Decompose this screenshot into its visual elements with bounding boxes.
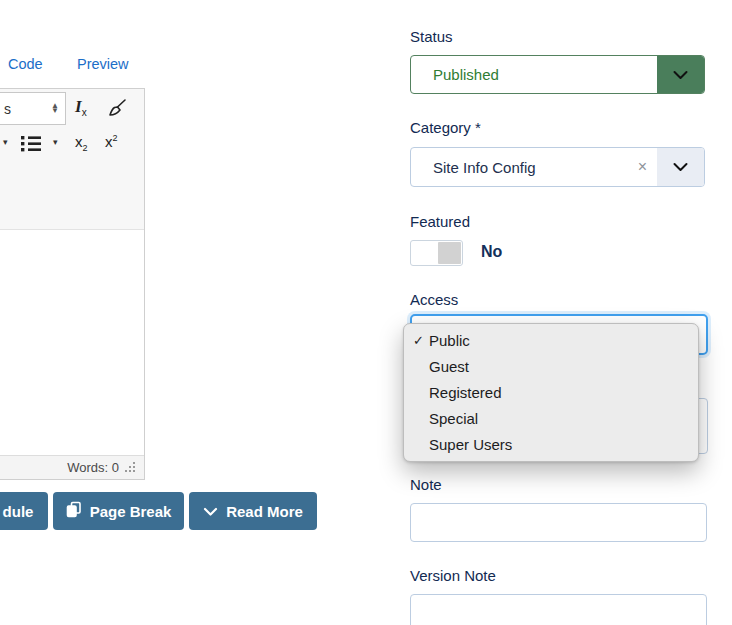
tab-code[interactable]: Code: [8, 56, 43, 72]
dropdown-caret-icon[interactable]: ▾: [3, 137, 8, 147]
dropdown-caret-icon[interactable]: ▾: [53, 137, 58, 147]
version-note-label: Version Note: [410, 567, 496, 584]
tab-preview[interactable]: Preview: [77, 56, 129, 72]
category-select-value: Site Info Config: [411, 159, 638, 176]
access-label: Access: [410, 291, 458, 308]
access-option-public[interactable]: ✓ Public: [404, 328, 698, 354]
read-more-button[interactable]: Read More: [189, 492, 317, 530]
featured-value: No: [481, 243, 502, 261]
module-button-label: dule: [3, 503, 34, 520]
chevron-down-icon[interactable]: [657, 56, 704, 93]
status-label: Status: [410, 28, 453, 45]
toggle-off-half: [438, 242, 461, 264]
access-option-special[interactable]: Special: [404, 406, 698, 432]
version-note-input[interactable]: [410, 594, 707, 625]
note-input[interactable]: [410, 503, 707, 542]
note-label: Note: [410, 476, 442, 493]
checkmark-icon: ✓: [413, 328, 429, 354]
option-label: Guest: [429, 354, 469, 380]
format-select[interactable]: s ▲▼: [0, 92, 66, 125]
page-break-button-label: Page Break: [90, 503, 172, 520]
status-select-value: Published: [411, 66, 657, 83]
featured-toggle[interactable]: [410, 240, 463, 266]
broom-icon[interactable]: [106, 97, 128, 123]
read-more-button-label: Read More: [226, 503, 303, 520]
chevron-down-icon: [203, 503, 218, 520]
status-select[interactable]: Published: [410, 55, 705, 94]
pages-icon: [66, 501, 82, 521]
bullet-list-button[interactable]: [21, 135, 41, 156]
page-break-button[interactable]: Page Break: [53, 492, 184, 530]
subscript-button[interactable]: x2: [75, 133, 88, 153]
chevron-down-icon[interactable]: [657, 148, 704, 186]
format-select-value: s: [4, 101, 51, 117]
option-label: Special: [429, 406, 478, 432]
stepper-icon: ▲▼: [51, 104, 59, 113]
clear-formatting-button[interactable]: Ix: [75, 97, 87, 118]
option-label: Registered: [429, 380, 502, 406]
clear-selection-icon[interactable]: ×: [638, 158, 657, 176]
editor-status-bar: Words: 0: [0, 455, 144, 479]
category-select[interactable]: Site Info Config ×: [410, 147, 705, 187]
editor-toolbar: s ▲▼ Ix ▾ ▾ x2 x2: [0, 89, 144, 230]
featured-label: Featured: [410, 213, 470, 230]
module-button[interactable]: dule: [0, 492, 48, 530]
category-label: Category *: [410, 119, 481, 136]
access-option-registered[interactable]: Registered: [404, 380, 698, 406]
access-option-super-users[interactable]: Super Users: [404, 432, 698, 458]
resize-grip-icon[interactable]: [125, 459, 136, 477]
editor-content-area[interactable]: [0, 230, 144, 455]
access-dropdown-menu: ✓ Public Guest Registered Special Super …: [403, 323, 699, 462]
word-count: Words: 0: [67, 460, 119, 475]
superscript-button[interactable]: x2: [105, 133, 118, 150]
toggle-on-half: [412, 242, 438, 264]
editor-frame: s ▲▼ Ix ▾ ▾ x2 x2: [0, 88, 145, 480]
option-label: Public: [429, 328, 470, 354]
article-edit-screen: Code Preview s ▲▼ Ix ▾: [0, 0, 732, 625]
option-label: Super Users: [429, 432, 512, 458]
access-option-guest[interactable]: Guest: [404, 354, 698, 380]
